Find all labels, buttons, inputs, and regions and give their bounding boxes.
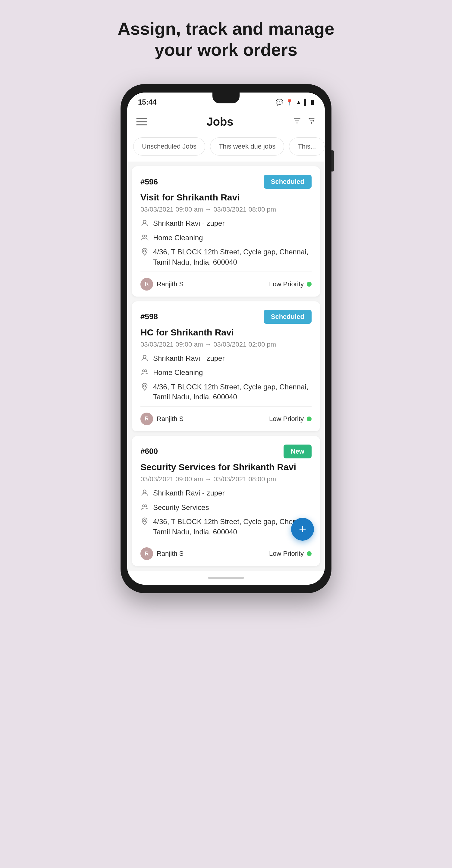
service-icon-598 bbox=[140, 368, 149, 376]
job-service-row-600: Security Services bbox=[140, 502, 312, 513]
svg-point-15 bbox=[144, 370, 147, 372]
job-header-598: #598 Scheduled bbox=[140, 310, 312, 324]
job-customer-row-600: Shrikanth Ravi - zuper bbox=[140, 488, 312, 498]
job-address-598: 4/36, T BLOCK 12th Street, Cycle gap, Ch… bbox=[153, 382, 312, 402]
priority-596: Low Priority bbox=[269, 280, 312, 288]
app-title: Jobs bbox=[207, 116, 233, 128]
phone-screen: 15:44 💬 📍 ▲ ▌ ▮ Jobs bbox=[127, 93, 325, 585]
job-id-596: #596 bbox=[140, 177, 158, 187]
job-time-600: 03/03/2021 09:00 am → 03/03/2021 08:00 p… bbox=[140, 475, 312, 483]
assignee-name-598: Ranjith S bbox=[157, 415, 184, 423]
svg-point-16 bbox=[144, 385, 146, 387]
job-address-596: 4/36, T BLOCK 12th Street, Cycle gap, Ch… bbox=[153, 247, 312, 267]
wifi-icon: ▲ bbox=[296, 99, 302, 106]
signal-icon: ▌ bbox=[304, 99, 308, 106]
job-title-600: Security Services for Shrikanth Ravi bbox=[140, 462, 312, 472]
assignee-598: R Ranjith S bbox=[140, 412, 184, 425]
sort-icon[interactable] bbox=[293, 117, 301, 127]
job-address-row-598: 4/36, T BLOCK 12th Street, Cycle gap, Ch… bbox=[140, 382, 312, 402]
priority-dot-600 bbox=[307, 551, 312, 556]
assignee-596: R Ranjith S bbox=[140, 278, 184, 290]
service-icon bbox=[140, 233, 149, 242]
svg-point-17 bbox=[143, 490, 146, 493]
job-card-596[interactable]: #596 Scheduled Visit for Shrikanth Ravi … bbox=[132, 166, 320, 296]
svg-point-5 bbox=[309, 118, 311, 120]
phone-mockup: 15:44 💬 📍 ▲ ▌ ▮ Jobs bbox=[121, 84, 331, 593]
home-indicator bbox=[208, 577, 244, 579]
svg-point-8 bbox=[311, 122, 313, 124]
job-address-600: 4/36, T BLOCK 12th Street, Cycle gap, Ch… bbox=[153, 517, 312, 537]
camera-notch bbox=[213, 93, 239, 103]
status-badge-598: Scheduled bbox=[264, 310, 312, 324]
priority-dot-596 bbox=[307, 282, 312, 287]
job-card-600[interactable]: #600 New Security Services for Shrikanth… bbox=[132, 436, 320, 566]
job-footer-596: R Ranjith S Low Priority bbox=[140, 272, 312, 297]
battery-icon: ▮ bbox=[311, 98, 314, 106]
status-time: 15:44 bbox=[138, 98, 156, 106]
status-icons: 💬 📍 ▲ ▌ ▮ bbox=[276, 98, 314, 106]
avatar-596: R bbox=[140, 278, 153, 290]
location-icon-600 bbox=[140, 517, 149, 526]
priority-dot-598 bbox=[307, 416, 312, 421]
job-footer-600: R Ranjith S Low Priority bbox=[140, 541, 312, 566]
job-address-row-600: 4/36, T BLOCK 12th Street, Cycle gap, Ch… bbox=[140, 517, 312, 537]
job-id-598: #598 bbox=[140, 312, 158, 321]
job-service-600: Security Services bbox=[153, 502, 209, 513]
bottom-bar bbox=[127, 571, 325, 585]
customer-icon bbox=[140, 219, 149, 227]
svg-point-19 bbox=[144, 504, 147, 507]
tab-unscheduled-jobs[interactable]: Unscheduled Jobs bbox=[133, 137, 205, 156]
job-time-598: 03/03/2021 09:00 am → 03/03/2021 02:00 p… bbox=[140, 341, 312, 348]
job-customer-600: Shrikanth Ravi - zuper bbox=[153, 488, 225, 498]
status-badge-600: New bbox=[284, 444, 312, 458]
svg-point-6 bbox=[313, 120, 315, 122]
svg-point-9 bbox=[143, 220, 146, 223]
job-service-598: Home Cleaning bbox=[153, 367, 203, 378]
svg-point-12 bbox=[144, 250, 146, 252]
job-header-600: #600 New bbox=[140, 444, 312, 458]
job-customer-row-598: Shrikanth Ravi - zuper bbox=[140, 353, 312, 364]
assignee-name-596: Ranjith S bbox=[157, 280, 184, 288]
tab-this[interactable]: This... bbox=[289, 137, 325, 156]
job-customer-row-596: Shrikanth Ravi - zuper bbox=[140, 218, 312, 228]
header-actions bbox=[293, 117, 316, 127]
priority-598: Low Priority bbox=[269, 415, 312, 423]
job-service-row-596: Home Cleaning bbox=[140, 233, 312, 243]
customer-icon-598 bbox=[140, 354, 149, 362]
job-service-596: Home Cleaning bbox=[153, 233, 203, 243]
whatsapp-icon: 💬 bbox=[276, 98, 283, 106]
filter-tabs: Unscheduled Jobs This week due jobs This… bbox=[127, 134, 325, 161]
svg-point-13 bbox=[143, 355, 146, 358]
job-footer-598: R Ranjith S Low Priority bbox=[140, 406, 312, 431]
assignee-name-600: Ranjith S bbox=[157, 550, 184, 558]
job-service-row-598: Home Cleaning bbox=[140, 367, 312, 378]
job-time-596: 03/03/2021 09:00 am → 03/03/2021 08:00 p… bbox=[140, 206, 312, 213]
job-card-598[interactable]: #598 Scheduled HC for Shrikanth Ravi 03/… bbox=[132, 301, 320, 431]
job-address-row-596: 4/36, T BLOCK 12th Street, Cycle gap, Ch… bbox=[140, 247, 312, 267]
page-headline: Assign, track and manage your work order… bbox=[118, 18, 334, 60]
job-customer-598: Shrikanth Ravi - zuper bbox=[153, 353, 225, 364]
tab-this-week-due-jobs[interactable]: This week due jobs bbox=[210, 137, 284, 156]
job-header-596: #596 Scheduled bbox=[140, 175, 312, 189]
filter-icon[interactable] bbox=[308, 117, 316, 127]
assignee-600: R Ranjith S bbox=[140, 547, 184, 560]
fab-add-button[interactable]: + bbox=[291, 518, 314, 541]
customer-icon-600 bbox=[140, 489, 149, 497]
priority-600: Low Priority bbox=[269, 550, 312, 558]
gps-icon: 📍 bbox=[286, 98, 293, 106]
location-icon-598 bbox=[140, 382, 149, 391]
menu-button[interactable] bbox=[136, 119, 147, 125]
status-badge-596: Scheduled bbox=[264, 175, 312, 189]
service-icon-600 bbox=[140, 503, 149, 512]
job-customer-596: Shrikanth Ravi - zuper bbox=[153, 218, 225, 228]
location-icon bbox=[140, 247, 149, 256]
jobs-list: #596 Scheduled Visit for Shrikanth Ravi … bbox=[127, 161, 325, 571]
app-header: Jobs bbox=[127, 110, 325, 134]
avatar-600: R bbox=[140, 547, 153, 560]
job-id-600: #600 bbox=[140, 447, 158, 456]
svg-point-20 bbox=[144, 520, 146, 522]
avatar-598: R bbox=[140, 412, 153, 425]
job-title-598: HC for Shrikanth Ravi bbox=[140, 327, 312, 338]
svg-point-11 bbox=[144, 235, 147, 237]
job-title-596: Visit for Shrikanth Ravi bbox=[140, 192, 312, 203]
